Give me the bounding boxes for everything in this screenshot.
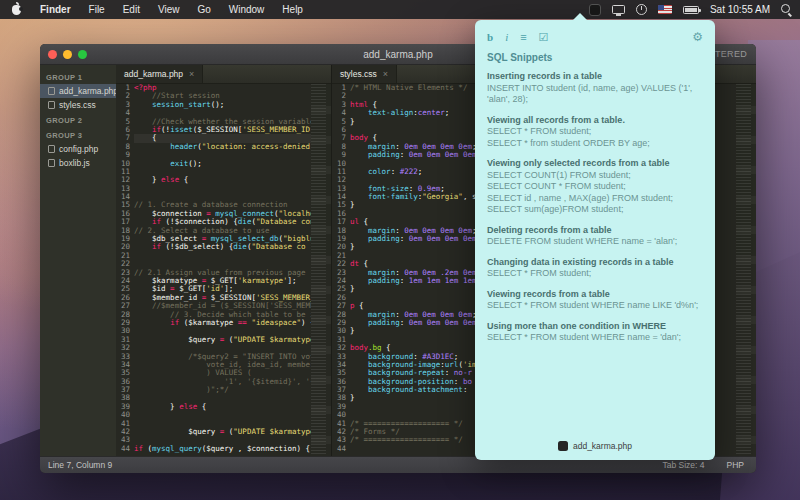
sidebar-item-label: config.php bbox=[59, 144, 98, 154]
tab-styles-css[interactable]: styles.css × bbox=[332, 65, 397, 83]
menu-edit[interactable]: Edit bbox=[114, 2, 149, 17]
sidebar-group-label[interactable]: GROUP 3 bbox=[40, 127, 116, 142]
note-title[interactable]: SQL Snippets bbox=[487, 52, 703, 63]
zoom-window-button[interactable] bbox=[78, 50, 87, 59]
tab-size-setting[interactable]: Tab Size: 4 bbox=[662, 460, 704, 470]
note-section: Viewing all records from a table.SELECT … bbox=[487, 115, 703, 150]
note-section-heading: Deleting records from a table bbox=[487, 225, 703, 237]
checklist-icon[interactable]: ☑ bbox=[539, 32, 549, 43]
note-section-heading: Changing data in existing records in a t… bbox=[487, 257, 703, 269]
note-section: Using more than one condition in WHERESE… bbox=[487, 321, 703, 344]
battery-menu-icon[interactable] bbox=[683, 6, 699, 14]
note-section-line: SELECT * FROM student WHERE name = 'dan'… bbox=[487, 332, 703, 344]
file-icon bbox=[48, 159, 55, 167]
note-section: Viewing only selected records from a tab… bbox=[487, 158, 703, 216]
traffic-lights bbox=[40, 50, 87, 59]
left-code-area[interactable]: 1234567891011121314151617181920212223242… bbox=[116, 84, 331, 456]
gear-icon[interactable]: ⚙ bbox=[692, 30, 703, 44]
menu-window[interactable]: Window bbox=[220, 2, 274, 17]
spotlight-icon[interactable] bbox=[781, 4, 792, 15]
sidebar-group-label[interactable]: GROUP 1 bbox=[40, 69, 116, 84]
bold-icon[interactable]: b bbox=[487, 32, 493, 43]
left-editor-pane: add_karma.php × 123456789101112131415161… bbox=[116, 65, 331, 456]
file-icon bbox=[48, 101, 55, 109]
time-machine-menu-icon[interactable] bbox=[636, 4, 647, 15]
note-section: Viewing records from a tableSELECT * FRO… bbox=[487, 289, 703, 312]
note-section-line: SELECT COUNT * FROM student; bbox=[487, 181, 703, 193]
tab-label: styles.css bbox=[340, 69, 377, 79]
menu-go[interactable]: Go bbox=[188, 2, 219, 17]
apple-icon bbox=[12, 5, 21, 15]
left-line-numbers: 1234567891011121314151617181920212223242… bbox=[116, 84, 134, 456]
note-section-line: SELECT * FROM student; bbox=[487, 268, 703, 280]
right-line-numbers: 1234567891011121314151617181920212223242… bbox=[332, 84, 350, 456]
menu-bar: FinderFileEditViewGoWindowHelp Sat 10:55… bbox=[0, 0, 800, 19]
file-icon bbox=[48, 87, 55, 95]
italic-icon[interactable]: i bbox=[505, 32, 508, 43]
sidebar-item-label: add_karma.php bbox=[59, 86, 116, 96]
notes-app-menu-icon[interactable] bbox=[589, 4, 601, 16]
menu-items: FinderFileEditViewGoWindowHelp bbox=[31, 2, 312, 17]
attached-file-name: add_karma.php bbox=[573, 441, 632, 451]
display-menu-icon[interactable] bbox=[612, 5, 625, 14]
file-app-icon bbox=[558, 441, 568, 451]
left-tab-bar: add_karma.php × bbox=[116, 65, 331, 84]
attached-file-chip[interactable]: add_karma.php bbox=[475, 441, 715, 451]
note-section-line: DELETE FROM student WHERE name = 'alan'; bbox=[487, 236, 703, 248]
sidebar-item-add_karma-php[interactable]: add_karma.php bbox=[40, 84, 116, 98]
sidebar-item-label: boxlib.js bbox=[59, 158, 90, 168]
menu-clock[interactable]: Sat 10:55 AM bbox=[710, 4, 770, 15]
note-section-heading: Viewing only selected records from a tab… bbox=[487, 158, 703, 170]
note-section-line: SELECT * FROM student; bbox=[487, 126, 703, 138]
cursor-position: Line 7, Column 9 bbox=[48, 460, 112, 470]
tab-close-icon[interactable]: × bbox=[189, 69, 194, 79]
note-body[interactable]: Inserting records in a tableINSERT INTO … bbox=[487, 71, 703, 344]
menu-file[interactable]: File bbox=[80, 2, 114, 17]
sidebar-item-config-php[interactable]: config.php bbox=[40, 142, 116, 156]
note-section-heading: Using more than one condition in WHERE bbox=[487, 321, 703, 333]
note-section-line: SELECT sum(age)FROM student; bbox=[487, 204, 703, 216]
tab-label: add_karma.php bbox=[124, 69, 183, 79]
left-minimap[interactable] bbox=[311, 84, 331, 456]
tab-add-karma-php[interactable]: add_karma.php × bbox=[116, 65, 203, 83]
minimize-window-button[interactable] bbox=[63, 50, 72, 59]
sidebar-item-label: styles.css bbox=[59, 100, 96, 110]
us-flag-input-menu-icon[interactable] bbox=[658, 5, 672, 14]
note-section: Inserting records in a tableINSERT INTO … bbox=[487, 71, 703, 106]
note-section-heading: Inserting records in a table bbox=[487, 71, 703, 83]
tab-close-icon[interactable]: × bbox=[383, 69, 388, 79]
sidebar-item-boxlib-js[interactable]: boxlib.js bbox=[40, 156, 116, 170]
popover-arrow bbox=[572, 13, 588, 21]
syntax-mode[interactable]: PHP bbox=[727, 460, 744, 470]
note-section-line: SELECT * FROM student WHERE name LIKE 'd… bbox=[487, 300, 703, 312]
left-code[interactable]: <?php //Start session session_start(); /… bbox=[134, 84, 311, 456]
note-section: Changing data in existing records in a t… bbox=[487, 257, 703, 280]
note-section-heading: Viewing records from a table bbox=[487, 289, 703, 301]
popover-toolbar: bi≡☑⚙ bbox=[487, 28, 703, 46]
close-window-button[interactable] bbox=[48, 50, 57, 59]
menu-status-area: Sat 10:55 AM bbox=[589, 4, 800, 16]
note-section-line: INSERT INTO student (id, name, age) VALU… bbox=[487, 83, 703, 106]
apple-menu[interactable] bbox=[0, 5, 31, 15]
menu-finder[interactable]: Finder bbox=[31, 2, 80, 17]
right-minimap[interactable] bbox=[736, 84, 756, 456]
bullet-list-icon[interactable]: ≡ bbox=[520, 32, 526, 43]
notes-popover: bi≡☑⚙ SQL Snippets Inserting records in … bbox=[475, 20, 715, 460]
file-icon bbox=[48, 145, 55, 153]
sidebar[interactable]: GROUP 1add_karma.phpstyles.cssGROUP 2GRO… bbox=[40, 65, 116, 456]
sidebar-item-styles-css[interactable]: styles.css bbox=[40, 98, 116, 112]
note-section-line: SELECT COUNT(1) FROM student; bbox=[487, 170, 703, 182]
note-section-line: SELECT * from student ORDER BY age; bbox=[487, 138, 703, 150]
sidebar-group-label[interactable]: GROUP 2 bbox=[40, 112, 116, 127]
menu-help[interactable]: Help bbox=[273, 2, 312, 17]
menu-view[interactable]: View bbox=[149, 2, 189, 17]
note-section-heading: Viewing all records from a table. bbox=[487, 115, 703, 127]
note-section: Deleting records from a tableDELETE FROM… bbox=[487, 225, 703, 248]
note-section-line: SELECT id , name , MAX(age) FROM student… bbox=[487, 193, 703, 205]
